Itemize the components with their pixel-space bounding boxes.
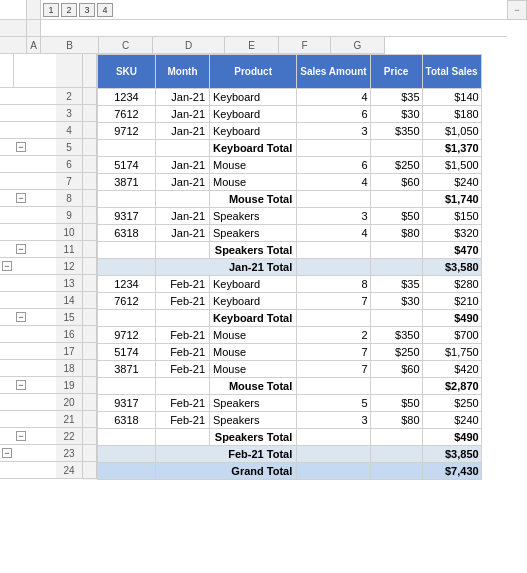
cell-sku: 5174 [98, 344, 156, 361]
cell-month [156, 310, 210, 327]
outline-level-3-btn[interactable]: 3 [79, 3, 95, 17]
table-row: 5174 Jan-21 Mouse 6 $250 $1,500 [98, 157, 482, 174]
cell-sales [297, 429, 370, 446]
cell-product: Mouse [210, 344, 297, 361]
cell-total: $240 [422, 174, 481, 191]
cell-product: Mouse Total [210, 191, 297, 208]
col-header-e: E [225, 37, 279, 54]
table-row: 9317 Feb-21 Speakers 5 $50 $250 [98, 395, 482, 412]
table-row: Speakers Total $470 [98, 242, 482, 259]
cell-sku: 9317 [98, 395, 156, 412]
cell-price: $50 [370, 208, 422, 225]
cell-total: $150 [422, 208, 481, 225]
table-row: 9317 Jan-21 Speakers 3 $50 $150 [98, 208, 482, 225]
cell-total: $7,430 [422, 463, 481, 480]
cell-sales [297, 259, 370, 276]
cell-product: Speakers Total [210, 429, 297, 446]
outline-level-1-btn[interactable]: 1 [43, 3, 59, 17]
table-row: Speakers Total $490 [98, 429, 482, 446]
cell-total: $1,370 [422, 140, 481, 157]
cell-total: $3,580 [422, 259, 481, 276]
cell-sales: 7 [297, 344, 370, 361]
cell-product: Speakers [210, 208, 297, 225]
cell-month: Jan-21 [156, 123, 210, 140]
cell-month: Jan-21 Total [156, 259, 297, 276]
cell-price [370, 310, 422, 327]
header-total-sales: Total Sales [422, 55, 481, 89]
cell-sales: 3 [297, 208, 370, 225]
cell-price: $60 [370, 361, 422, 378]
cell-product: Keyboard [210, 106, 297, 123]
cell-sku: 6318 [98, 412, 156, 429]
outline-minus-feb21[interactable]: − [2, 448, 12, 458]
cell-total: $470 [422, 242, 481, 259]
cell-sales: 4 [297, 89, 370, 106]
outline-minus-speakers-feb[interactable]: − [16, 431, 26, 441]
cell-sku [98, 378, 156, 395]
cell-price [370, 242, 422, 259]
table-row: 3871 Feb-21 Mouse 7 $60 $420 [98, 361, 482, 378]
cell-sales: 8 [297, 276, 370, 293]
cell-sku: 1234 [98, 89, 156, 106]
scrollbar-top-right[interactable]: − [507, 0, 527, 20]
cell-price [370, 140, 422, 157]
cell-price: $50 [370, 395, 422, 412]
cell-month: Feb-21 [156, 276, 210, 293]
outline-level-4-btn[interactable]: 4 [97, 3, 113, 17]
cell-total: $280 [422, 276, 481, 293]
cell-product: Speakers [210, 395, 297, 412]
cell-sales: 6 [297, 106, 370, 123]
outline-col-2: − − − − − − [14, 54, 28, 480]
cell-price: $250 [370, 157, 422, 174]
cell-month: Jan-21 [156, 106, 210, 123]
cell-product: Keyboard Total [210, 140, 297, 157]
cell-month [156, 429, 210, 446]
cell-product: Keyboard [210, 276, 297, 293]
cell-total: $490 [422, 310, 481, 327]
cell-sku [98, 140, 156, 157]
outline-minus-mouse-jan[interactable]: − [16, 193, 26, 203]
cell-price: $350 [370, 327, 422, 344]
cell-price [370, 259, 422, 276]
cell-sales [297, 463, 370, 480]
table-row: 9712 Feb-21 Mouse 2 $350 $700 [98, 327, 482, 344]
cell-product: Keyboard [210, 293, 297, 310]
outline-minus-jan21[interactable]: − [2, 261, 12, 271]
outline-minus-speakers-jan[interactable]: − [16, 244, 26, 254]
table-row: Keyboard Total $1,370 [98, 140, 482, 157]
cell-sales: 3 [297, 123, 370, 140]
outline-minus-mouse-feb[interactable]: − [16, 380, 26, 390]
cell-sales: 6 [297, 157, 370, 174]
header-sales-amount: Sales Amount [297, 55, 370, 89]
cell-price [370, 429, 422, 446]
cell-month: Feb-21 [156, 293, 210, 310]
table-row: 9712 Jan-21 Keyboard 3 $350 $1,050 [98, 123, 482, 140]
cell-month: Jan-21 [156, 174, 210, 191]
table-row: Feb-21 Total $3,850 [98, 446, 482, 463]
cell-total: $3,850 [422, 446, 481, 463]
cell-total: $320 [422, 225, 481, 242]
cell-sku: 7612 [98, 106, 156, 123]
outline-level-2-btn[interactable]: 2 [61, 3, 77, 17]
header-sku: SKU [98, 55, 156, 89]
outline-col-4 [42, 54, 56, 480]
cell-price: $30 [370, 106, 422, 123]
cell-product: Mouse [210, 361, 297, 378]
cell-product: Keyboard Total [210, 310, 297, 327]
cell-sku: 5174 [98, 157, 156, 174]
cell-sku [98, 310, 156, 327]
cell-month: Jan-21 [156, 89, 210, 106]
outline-minus-keyboard-feb[interactable]: − [16, 312, 26, 322]
cell-sales [297, 140, 370, 157]
cell-month [156, 140, 210, 157]
col-header-d: D [153, 37, 225, 54]
cell-total: $490 [422, 429, 481, 446]
cell-sku [98, 429, 156, 446]
cell-price: $250 [370, 344, 422, 361]
outline-minus-keyboard-jan[interactable]: − [16, 142, 26, 152]
cell-sku: 1234 [98, 276, 156, 293]
cell-month: Grand Total [156, 463, 297, 480]
cell-price: $60 [370, 174, 422, 191]
data-table-wrapper: SKU Month Product Sales Amount Price Tot… [97, 54, 527, 480]
cell-sales [297, 242, 370, 259]
